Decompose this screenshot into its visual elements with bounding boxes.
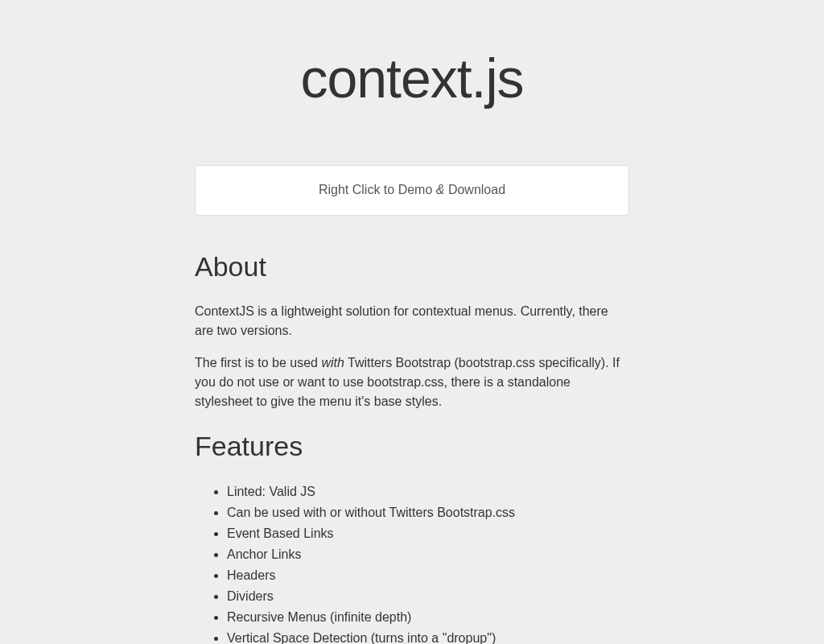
about-p2-before: The first is to be used [195,356,321,369]
demo-text-after: Download [444,183,505,196]
page-title: context.js [195,0,629,141]
list-item: Headers [227,566,629,585]
list-item: Recursive Menus (infinite depth) [227,608,629,627]
features-list: Linted: Valid JS Can be used with or wit… [195,482,629,644]
about-heading: About [195,248,629,287]
list-item: Vertical Space Detection (turns into a "… [227,629,629,644]
demo-text-ampersand: & [436,183,445,196]
list-item: Event Based Links [227,524,629,543]
list-item: Can be used with or without Twitters Boo… [227,503,629,522]
list-item: Dividers [227,587,629,606]
demo-text-before: Right Click to Demo [319,183,436,196]
list-item: Linted: Valid JS [227,482,629,502]
about-paragraph-1: ContextJS is a lightweight solution for … [195,302,629,341]
about-p2-italic: with [321,356,344,369]
demo-download-box[interactable]: Right Click to Demo & Download [195,165,629,215]
features-heading: Features [195,427,629,466]
about-paragraph-2: The first is to be used with Twitters Bo… [195,353,629,411]
list-item: Anchor Links [227,545,629,564]
